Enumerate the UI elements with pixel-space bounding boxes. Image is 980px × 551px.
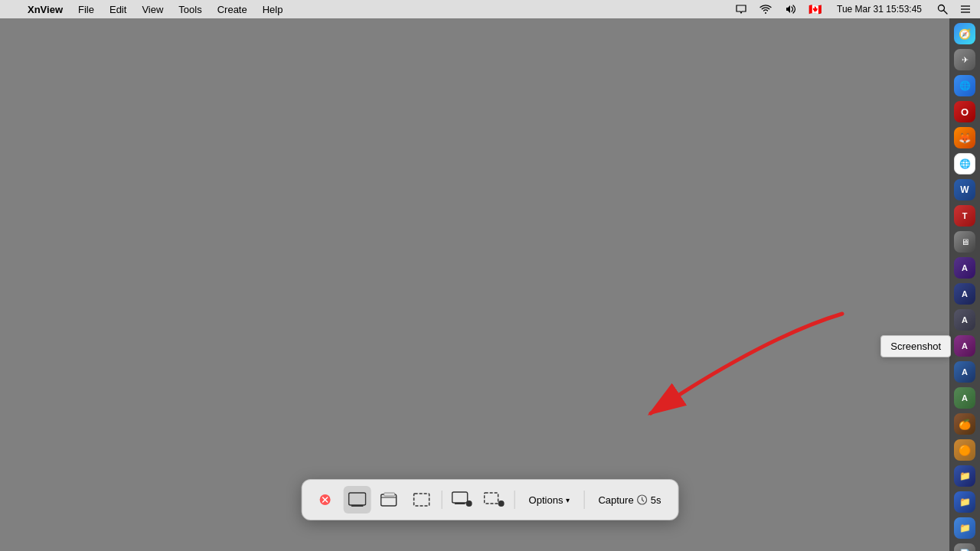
capture-fullscreen-button[interactable] xyxy=(344,486,371,514)
dock-app-15[interactable]: 🍊 xyxy=(952,412,977,436)
dock-app-3[interactable]: 🌐 xyxy=(952,73,977,98)
menu-bar: XnView File Edit View Tools Create Help xyxy=(0,0,980,18)
close-button[interactable] xyxy=(312,486,339,514)
dock-app-13[interactable]: A xyxy=(952,360,977,384)
toolbar-separator-3 xyxy=(583,491,584,509)
svg-rect-16 xyxy=(455,503,466,504)
dock-app-doc[interactable]: 📄 xyxy=(952,542,977,551)
screenshot-tooltip-label: Screenshot xyxy=(890,341,941,352)
dock-app-10[interactable]: A xyxy=(952,282,977,306)
region-capture-icon xyxy=(413,492,431,507)
wifi-icon[interactable] xyxy=(756,4,775,15)
capture-screen-cursor-button[interactable] xyxy=(449,486,476,514)
svg-rect-9 xyxy=(349,493,366,505)
screen-cursor-icon xyxy=(452,491,473,508)
desktop xyxy=(0,18,949,551)
svg-point-17 xyxy=(466,500,472,507)
dock-app-14[interactable]: A xyxy=(952,386,977,410)
dock-app-folder-2[interactable]: 📁 xyxy=(952,490,977,514)
capture-label: Capture xyxy=(598,494,633,506)
svg-point-19 xyxy=(498,500,505,507)
svg-rect-15 xyxy=(452,492,468,503)
capture-button[interactable]: Capture 5s xyxy=(590,490,668,510)
help-menu[interactable]: Help xyxy=(256,2,289,17)
fullscreen-capture-icon xyxy=(348,492,367,507)
capture-window-button[interactable] xyxy=(376,486,403,514)
apple-menu[interactable] xyxy=(6,8,18,11)
svg-rect-13 xyxy=(384,493,395,496)
dock-app-11[interactable]: A xyxy=(952,308,977,332)
tools-menu[interactable]: Tools xyxy=(172,2,207,17)
datetime-display: Tue Mar 31 15:53:45 xyxy=(831,2,928,16)
flag-icon[interactable]: 🇨🇦 xyxy=(805,3,825,15)
region-cursor-icon xyxy=(484,491,505,508)
dock-app-firefox[interactable]: 🦊 xyxy=(952,126,977,150)
dock-right: 🧭 ✈ 🌐 O 🦊 🌐 W T 🖥 xyxy=(949,18,980,551)
svg-line-1 xyxy=(944,11,948,15)
svg-rect-18 xyxy=(485,493,498,504)
file-menu[interactable]: File xyxy=(72,2,100,17)
dock-app-safari[interactable]: 🧭 xyxy=(952,21,977,46)
screenshot-tooltip: Screenshot xyxy=(880,335,951,357)
dock-app-2[interactable]: ✈ xyxy=(952,47,977,72)
dock-app-word[interactable]: W xyxy=(952,178,977,202)
search-icon[interactable] xyxy=(934,4,951,15)
menu-bar-left: XnView File Edit View Tools Create Help xyxy=(6,2,289,17)
create-menu[interactable]: Create xyxy=(211,2,253,17)
menu-bar-right: 🇨🇦 Tue Mar 31 15:53:45 xyxy=(732,2,974,16)
dock-app-chrome[interactable]: 🌐 xyxy=(952,152,977,176)
svg-rect-10 xyxy=(351,505,364,507)
dock-app-text[interactable]: T xyxy=(952,204,977,228)
dock-app-opera[interactable]: O xyxy=(952,99,977,124)
toolbar-separator-2 xyxy=(514,491,515,509)
svg-line-22 xyxy=(642,500,644,501)
dock-app-9[interactable]: A xyxy=(952,256,977,280)
volume-icon[interactable] xyxy=(781,4,799,15)
dock-app-16[interactable]: 🟠 xyxy=(952,438,977,462)
capture-region-button[interactable] xyxy=(408,486,436,514)
view-menu[interactable]: View xyxy=(136,2,169,17)
options-label: Options xyxy=(529,494,564,506)
capture-toolbar: Options ▾ Capture 5s xyxy=(302,479,679,520)
dock-app-folder-1[interactable]: 📁 xyxy=(952,464,977,488)
toolbar-separator-1 xyxy=(442,491,443,509)
dock-app-folder-3[interactable]: 📁 xyxy=(952,516,977,540)
dock-app-monitor[interactable]: 🖥 xyxy=(952,230,977,254)
window-capture-icon xyxy=(381,492,399,507)
close-icon xyxy=(319,494,332,506)
capture-timer: 5s xyxy=(651,494,662,506)
options-button[interactable]: Options ▾ xyxy=(521,490,578,510)
options-chevron: ▾ xyxy=(566,496,570,504)
airplay-icon[interactable] xyxy=(732,4,750,15)
capture-region-cursor-button[interactable] xyxy=(481,486,508,514)
dock-app-12[interactable]: A xyxy=(952,334,977,358)
list-icon[interactable] xyxy=(957,4,974,15)
timer-icon xyxy=(637,494,648,505)
app-name-menu[interactable]: XnView xyxy=(21,2,69,17)
svg-rect-14 xyxy=(414,494,430,506)
edit-menu[interactable]: Edit xyxy=(103,2,132,17)
